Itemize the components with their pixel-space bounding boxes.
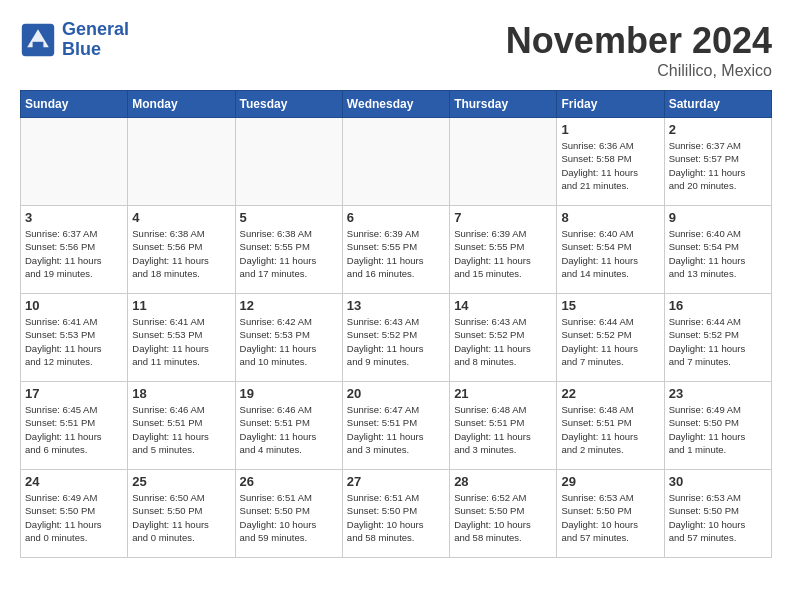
weekday-header-wednesday: Wednesday xyxy=(342,91,449,118)
day-info: Sunrise: 6:46 AM Sunset: 5:51 PM Dayligh… xyxy=(132,403,230,456)
calendar-cell: 4Sunrise: 6:38 AM Sunset: 5:56 PM Daylig… xyxy=(128,206,235,294)
calendar-cell: 6Sunrise: 6:39 AM Sunset: 5:55 PM Daylig… xyxy=(342,206,449,294)
weekday-header-sunday: Sunday xyxy=(21,91,128,118)
location: Chililico, Mexico xyxy=(506,62,772,80)
weekday-header-friday: Friday xyxy=(557,91,664,118)
day-number: 21 xyxy=(454,386,552,401)
day-info: Sunrise: 6:50 AM Sunset: 5:50 PM Dayligh… xyxy=(132,491,230,544)
day-number: 26 xyxy=(240,474,338,489)
day-info: Sunrise: 6:48 AM Sunset: 5:51 PM Dayligh… xyxy=(561,403,659,456)
day-number: 27 xyxy=(347,474,445,489)
day-info: Sunrise: 6:41 AM Sunset: 5:53 PM Dayligh… xyxy=(25,315,123,368)
day-number: 24 xyxy=(25,474,123,489)
day-info: Sunrise: 6:37 AM Sunset: 5:57 PM Dayligh… xyxy=(669,139,767,192)
day-number: 14 xyxy=(454,298,552,313)
calendar-week-5: 24Sunrise: 6:49 AM Sunset: 5:50 PM Dayli… xyxy=(21,470,772,558)
calendar-cell: 5Sunrise: 6:38 AM Sunset: 5:55 PM Daylig… xyxy=(235,206,342,294)
day-info: Sunrise: 6:53 AM Sunset: 5:50 PM Dayligh… xyxy=(561,491,659,544)
day-number: 28 xyxy=(454,474,552,489)
calendar-cell: 16Sunrise: 6:44 AM Sunset: 5:52 PM Dayli… xyxy=(664,294,771,382)
day-info: Sunrise: 6:40 AM Sunset: 5:54 PM Dayligh… xyxy=(561,227,659,280)
title-area: November 2024 Chililico, Mexico xyxy=(506,20,772,80)
day-number: 13 xyxy=(347,298,445,313)
day-number: 25 xyxy=(132,474,230,489)
weekday-header-thursday: Thursday xyxy=(450,91,557,118)
day-info: Sunrise: 6:38 AM Sunset: 5:55 PM Dayligh… xyxy=(240,227,338,280)
day-number: 11 xyxy=(132,298,230,313)
calendar-cell: 28Sunrise: 6:52 AM Sunset: 5:50 PM Dayli… xyxy=(450,470,557,558)
day-number: 8 xyxy=(561,210,659,225)
calendar-cell: 2Sunrise: 6:37 AM Sunset: 5:57 PM Daylig… xyxy=(664,118,771,206)
calendar-cell xyxy=(450,118,557,206)
calendar-cell: 11Sunrise: 6:41 AM Sunset: 5:53 PM Dayli… xyxy=(128,294,235,382)
day-number: 2 xyxy=(669,122,767,137)
day-info: Sunrise: 6:51 AM Sunset: 5:50 PM Dayligh… xyxy=(347,491,445,544)
day-info: Sunrise: 6:44 AM Sunset: 5:52 PM Dayligh… xyxy=(561,315,659,368)
day-number: 4 xyxy=(132,210,230,225)
day-info: Sunrise: 6:52 AM Sunset: 5:50 PM Dayligh… xyxy=(454,491,552,544)
calendar-cell: 18Sunrise: 6:46 AM Sunset: 5:51 PM Dayli… xyxy=(128,382,235,470)
calendar-cell: 27Sunrise: 6:51 AM Sunset: 5:50 PM Dayli… xyxy=(342,470,449,558)
day-number: 17 xyxy=(25,386,123,401)
calendar-cell: 21Sunrise: 6:48 AM Sunset: 5:51 PM Dayli… xyxy=(450,382,557,470)
day-number: 6 xyxy=(347,210,445,225)
day-number: 30 xyxy=(669,474,767,489)
calendar-table: SundayMondayTuesdayWednesdayThursdayFrid… xyxy=(20,90,772,558)
weekday-header-tuesday: Tuesday xyxy=(235,91,342,118)
calendar-cell xyxy=(128,118,235,206)
calendar-cell: 7Sunrise: 6:39 AM Sunset: 5:55 PM Daylig… xyxy=(450,206,557,294)
calendar-cell: 22Sunrise: 6:48 AM Sunset: 5:51 PM Dayli… xyxy=(557,382,664,470)
logo-line2: Blue xyxy=(62,40,129,60)
svg-rect-2 xyxy=(33,42,44,51)
day-info: Sunrise: 6:45 AM Sunset: 5:51 PM Dayligh… xyxy=(25,403,123,456)
day-info: Sunrise: 6:38 AM Sunset: 5:56 PM Dayligh… xyxy=(132,227,230,280)
day-info: Sunrise: 6:53 AM Sunset: 5:50 PM Dayligh… xyxy=(669,491,767,544)
logo-line1: General xyxy=(62,20,129,40)
day-info: Sunrise: 6:43 AM Sunset: 5:52 PM Dayligh… xyxy=(347,315,445,368)
day-info: Sunrise: 6:46 AM Sunset: 5:51 PM Dayligh… xyxy=(240,403,338,456)
day-number: 23 xyxy=(669,386,767,401)
calendar-cell: 24Sunrise: 6:49 AM Sunset: 5:50 PM Dayli… xyxy=(21,470,128,558)
calendar-week-1: 1Sunrise: 6:36 AM Sunset: 5:58 PM Daylig… xyxy=(21,118,772,206)
weekday-header-row: SundayMondayTuesdayWednesdayThursdayFrid… xyxy=(21,91,772,118)
day-info: Sunrise: 6:49 AM Sunset: 5:50 PM Dayligh… xyxy=(669,403,767,456)
day-info: Sunrise: 6:40 AM Sunset: 5:54 PM Dayligh… xyxy=(669,227,767,280)
calendar-cell: 3Sunrise: 6:37 AM Sunset: 5:56 PM Daylig… xyxy=(21,206,128,294)
calendar-cell: 30Sunrise: 6:53 AM Sunset: 5:50 PM Dayli… xyxy=(664,470,771,558)
calendar-cell: 26Sunrise: 6:51 AM Sunset: 5:50 PM Dayli… xyxy=(235,470,342,558)
day-info: Sunrise: 6:51 AM Sunset: 5:50 PM Dayligh… xyxy=(240,491,338,544)
day-number: 7 xyxy=(454,210,552,225)
day-info: Sunrise: 6:49 AM Sunset: 5:50 PM Dayligh… xyxy=(25,491,123,544)
day-info: Sunrise: 6:43 AM Sunset: 5:52 PM Dayligh… xyxy=(454,315,552,368)
logo-icon xyxy=(20,22,56,58)
calendar-cell xyxy=(235,118,342,206)
day-number: 1 xyxy=(561,122,659,137)
day-info: Sunrise: 6:37 AM Sunset: 5:56 PM Dayligh… xyxy=(25,227,123,280)
day-number: 16 xyxy=(669,298,767,313)
day-info: Sunrise: 6:41 AM Sunset: 5:53 PM Dayligh… xyxy=(132,315,230,368)
day-number: 12 xyxy=(240,298,338,313)
weekday-header-monday: Monday xyxy=(128,91,235,118)
calendar-cell: 29Sunrise: 6:53 AM Sunset: 5:50 PM Dayli… xyxy=(557,470,664,558)
calendar-cell: 10Sunrise: 6:41 AM Sunset: 5:53 PM Dayli… xyxy=(21,294,128,382)
calendar-week-2: 3Sunrise: 6:37 AM Sunset: 5:56 PM Daylig… xyxy=(21,206,772,294)
weekday-header-saturday: Saturday xyxy=(664,91,771,118)
day-number: 18 xyxy=(132,386,230,401)
calendar-week-3: 10Sunrise: 6:41 AM Sunset: 5:53 PM Dayli… xyxy=(21,294,772,382)
calendar-cell: 19Sunrise: 6:46 AM Sunset: 5:51 PM Dayli… xyxy=(235,382,342,470)
calendar-cell: 15Sunrise: 6:44 AM Sunset: 5:52 PM Dayli… xyxy=(557,294,664,382)
month-title: November 2024 xyxy=(506,20,772,62)
calendar-cell: 12Sunrise: 6:42 AM Sunset: 5:53 PM Dayli… xyxy=(235,294,342,382)
day-number: 9 xyxy=(669,210,767,225)
calendar-week-4: 17Sunrise: 6:45 AM Sunset: 5:51 PM Dayli… xyxy=(21,382,772,470)
calendar-cell: 14Sunrise: 6:43 AM Sunset: 5:52 PM Dayli… xyxy=(450,294,557,382)
day-number: 15 xyxy=(561,298,659,313)
calendar-cell: 17Sunrise: 6:45 AM Sunset: 5:51 PM Dayli… xyxy=(21,382,128,470)
calendar-cell xyxy=(342,118,449,206)
calendar-cell: 13Sunrise: 6:43 AM Sunset: 5:52 PM Dayli… xyxy=(342,294,449,382)
day-info: Sunrise: 6:47 AM Sunset: 5:51 PM Dayligh… xyxy=(347,403,445,456)
calendar-cell: 1Sunrise: 6:36 AM Sunset: 5:58 PM Daylig… xyxy=(557,118,664,206)
calendar-cell: 8Sunrise: 6:40 AM Sunset: 5:54 PM Daylig… xyxy=(557,206,664,294)
day-info: Sunrise: 6:36 AM Sunset: 5:58 PM Dayligh… xyxy=(561,139,659,192)
day-number: 29 xyxy=(561,474,659,489)
